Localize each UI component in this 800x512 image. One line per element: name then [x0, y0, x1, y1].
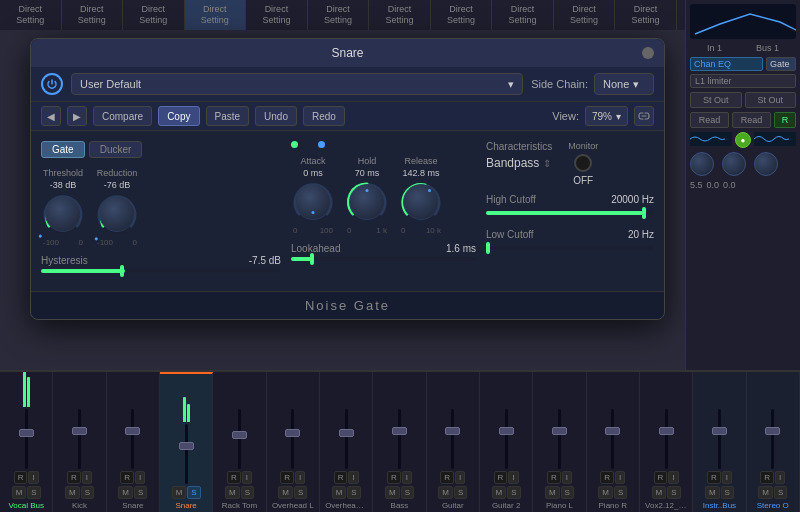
m-btn-14[interactable]: M: [705, 486, 720, 499]
i-btn-12[interactable]: I: [615, 471, 625, 484]
i-btn-2[interactable]: I: [82, 471, 92, 484]
fader-6[interactable]: [291, 409, 294, 469]
m-btn-8[interactable]: M: [385, 486, 400, 499]
fader-14[interactable]: [718, 409, 721, 469]
preset-selector[interactable]: User Default ▾: [71, 73, 523, 95]
s-btn-8[interactable]: S: [401, 486, 414, 499]
fader-4[interactable]: [185, 424, 188, 484]
s-btn-3[interactable]: S: [134, 486, 147, 499]
s-btn-15[interactable]: S: [774, 486, 787, 499]
r-btn-9[interactable]: R: [440, 471, 454, 484]
sidebar-knob-3[interactable]: [754, 152, 778, 176]
r-btn-5[interactable]: R: [227, 471, 241, 484]
s-btn-6[interactable]: S: [294, 486, 307, 499]
r-btn-10[interactable]: R: [494, 471, 508, 484]
paste-button[interactable]: Paste: [206, 106, 250, 126]
m-btn-13[interactable]: M: [652, 486, 667, 499]
s-btn-9[interactable]: S: [454, 486, 467, 499]
fader-3[interactable]: [131, 409, 134, 469]
lookahead-slider[interactable]: [291, 257, 476, 261]
nav-forward-button[interactable]: ▶: [67, 106, 87, 126]
i-btn-5[interactable]: I: [242, 471, 252, 484]
fader-12[interactable]: [611, 409, 614, 469]
s-btn-2[interactable]: S: [81, 486, 94, 499]
ducker-tab[interactable]: Ducker: [89, 141, 143, 158]
s-btn-7[interactable]: S: [347, 486, 360, 499]
fader-13[interactable]: [665, 409, 668, 469]
m-btn-12[interactable]: M: [598, 486, 613, 499]
i-btn-15[interactable]: I: [775, 471, 785, 484]
s-btn-1[interactable]: S: [27, 486, 40, 499]
fader-15[interactable]: [771, 409, 774, 469]
view-percent[interactable]: 79% ▾: [585, 106, 628, 126]
m-btn-9[interactable]: M: [438, 486, 453, 499]
hysteresis-slider[interactable]: [41, 269, 281, 273]
compare-button[interactable]: Compare: [93, 106, 152, 126]
fader-7[interactable]: [345, 409, 348, 469]
r-btn-14[interactable]: R: [707, 471, 721, 484]
fader-9[interactable]: [451, 409, 454, 469]
char-up-down-icon[interactable]: ⇕: [543, 158, 551, 169]
r-btn-1[interactable]: R: [14, 471, 28, 484]
i-btn-3[interactable]: I: [135, 471, 145, 484]
i-btn-10[interactable]: I: [508, 471, 518, 484]
sidebar-knob-1[interactable]: [690, 152, 714, 176]
i-btn-11[interactable]: I: [562, 471, 572, 484]
r-btn-6[interactable]: R: [280, 471, 294, 484]
high-cutoff-slider[interactable]: [486, 211, 654, 215]
i-btn-7[interactable]: I: [348, 471, 358, 484]
release-knob[interactable]: [399, 180, 443, 224]
m-btn-1[interactable]: M: [12, 486, 27, 499]
nav-back-button[interactable]: ◀: [41, 106, 61, 126]
s-btn-12[interactable]: S: [614, 486, 627, 499]
attack-knob[interactable]: [291, 180, 335, 224]
power-button[interactable]: [41, 73, 63, 95]
m-btn-5[interactable]: M: [225, 486, 240, 499]
undo-button[interactable]: Undo: [255, 106, 297, 126]
s-btn-5[interactable]: S: [241, 486, 254, 499]
i-btn-14[interactable]: I: [722, 471, 732, 484]
monitor-toggle[interactable]: [574, 154, 592, 172]
fader-2[interactable]: [78, 409, 81, 469]
chan-eq-button[interactable]: Chan EQ: [690, 57, 763, 71]
fader-10[interactable]: [505, 409, 508, 469]
m-btn-7[interactable]: M: [332, 486, 347, 499]
i-btn-8[interactable]: I: [402, 471, 412, 484]
i-btn-1[interactable]: I: [28, 471, 38, 484]
m-btn-2[interactable]: M: [65, 486, 80, 499]
redo-button[interactable]: Redo: [303, 106, 345, 126]
r-btn-13[interactable]: R: [654, 471, 668, 484]
fader-8[interactable]: [398, 409, 401, 469]
close-button[interactable]: [642, 47, 654, 59]
low-cutoff-slider[interactable]: [486, 246, 654, 250]
hold-knob[interactable]: [345, 180, 389, 224]
r-btn-11[interactable]: R: [547, 471, 561, 484]
m-btn-10[interactable]: M: [492, 486, 507, 499]
read-1[interactable]: Read: [690, 112, 729, 128]
i-btn-6[interactable]: I: [295, 471, 305, 484]
fader-5[interactable]: [238, 409, 241, 469]
s-btn-10[interactable]: S: [507, 486, 520, 499]
s-btn-13[interactable]: S: [667, 486, 680, 499]
m-btn-6[interactable]: M: [278, 486, 293, 499]
s-btn-11[interactable]: S: [561, 486, 574, 499]
i-btn-9[interactable]: I: [455, 471, 465, 484]
l1-limiter-button[interactable]: L1 limiter: [690, 74, 796, 88]
gate-tab[interactable]: Gate: [41, 141, 85, 158]
reduction-knob[interactable]: [95, 192, 139, 236]
m-btn-3[interactable]: M: [118, 486, 133, 499]
read-2[interactable]: Read: [732, 112, 771, 128]
r-btn-12[interactable]: R: [600, 471, 614, 484]
copy-button[interactable]: Copy: [158, 106, 199, 126]
threshold-knob[interactable]: [41, 192, 85, 236]
sidebar-knob-2[interactable]: [722, 152, 746, 176]
r-btn-3[interactable]: R: [120, 471, 134, 484]
gate-button[interactable]: Gate: [766, 57, 796, 71]
s-btn-14[interactable]: S: [721, 486, 734, 499]
s-btn-4[interactable]: S: [187, 486, 200, 499]
fader-11[interactable]: [558, 409, 561, 469]
m-btn-15[interactable]: M: [758, 486, 773, 499]
i-btn-13[interactable]: I: [668, 471, 678, 484]
sidechain-selector[interactable]: None ▾: [594, 73, 654, 95]
r-btn-7[interactable]: R: [334, 471, 348, 484]
